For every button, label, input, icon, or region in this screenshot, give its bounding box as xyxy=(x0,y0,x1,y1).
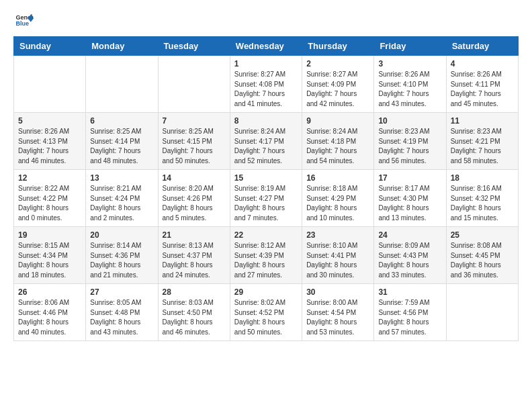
day-number: 25 xyxy=(451,230,514,240)
day-info: Sunrise: 7:59 AMSunset: 4:56 PMDaylight:… xyxy=(378,298,441,337)
day-number: 15 xyxy=(234,173,298,183)
calendar-day-11: 11Sunrise: 8:23 AMSunset: 4:21 PMDayligh… xyxy=(446,113,518,170)
calendar-day-20: 20Sunrise: 8:14 AMSunset: 4:36 PMDayligh… xyxy=(86,227,158,284)
logo: General Blue xyxy=(13,11,36,30)
day-number: 16 xyxy=(306,173,369,183)
calendar-day-18: 18Sunrise: 8:16 AMSunset: 4:32 PMDayligh… xyxy=(446,170,518,227)
day-info: Sunrise: 8:06 AMSunset: 4:46 PMDaylight:… xyxy=(18,298,81,337)
day-info: Sunrise: 8:10 AMSunset: 4:41 PMDaylight:… xyxy=(306,241,369,280)
day-info: Sunrise: 8:25 AMSunset: 4:14 PMDaylight:… xyxy=(90,127,153,166)
calendar-day-10: 10Sunrise: 8:23 AMSunset: 4:19 PMDayligh… xyxy=(374,113,446,170)
day-info: Sunrise: 8:23 AMSunset: 4:21 PMDaylight:… xyxy=(451,127,514,166)
day-info: Sunrise: 8:12 AMSunset: 4:39 PMDaylight:… xyxy=(234,241,298,280)
day-number: 2 xyxy=(306,59,369,68)
calendar-day-23: 23Sunrise: 8:10 AMSunset: 4:41 PMDayligh… xyxy=(302,227,374,284)
day-info: Sunrise: 8:17 AMSunset: 4:30 PMDaylight:… xyxy=(378,184,441,223)
calendar-day-19: 19Sunrise: 8:15 AMSunset: 4:34 PMDayligh… xyxy=(14,227,86,284)
calendar-week-row: 1Sunrise: 8:27 AMSunset: 4:08 PMDaylight… xyxy=(14,56,519,113)
day-info: Sunrise: 8:27 AMSunset: 4:08 PMDaylight:… xyxy=(234,70,298,109)
day-number: 29 xyxy=(234,287,298,297)
calendar-week-row: 12Sunrise: 8:22 AMSunset: 4:22 PMDayligh… xyxy=(14,170,519,227)
day-info: Sunrise: 8:21 AMSunset: 4:24 PMDaylight:… xyxy=(90,184,153,223)
header: General Blue xyxy=(13,11,519,30)
weekday-header-row: SundayMondayTuesdayWednesdayThursdayFrid… xyxy=(14,37,519,56)
calendar-day-9: 9Sunrise: 8:24 AMSunset: 4:18 PMDaylight… xyxy=(302,113,374,170)
day-number: 24 xyxy=(378,230,441,240)
day-number: 14 xyxy=(163,173,226,183)
calendar-day-31: 31Sunrise: 7:59 AMSunset: 4:56 PMDayligh… xyxy=(374,284,446,341)
calendar-day-27: 27Sunrise: 8:05 AMSunset: 4:48 PMDayligh… xyxy=(86,284,158,341)
day-number: 31 xyxy=(378,287,441,297)
day-info: Sunrise: 8:24 AMSunset: 4:17 PMDaylight:… xyxy=(234,127,298,166)
day-info: Sunrise: 8:20 AMSunset: 4:26 PMDaylight:… xyxy=(163,184,226,223)
day-number: 12 xyxy=(18,173,81,183)
day-info: Sunrise: 8:14 AMSunset: 4:36 PMDaylight:… xyxy=(90,241,153,280)
day-info: Sunrise: 8:26 AMSunset: 4:13 PMDaylight:… xyxy=(18,127,81,166)
calendar-table: SundayMondayTuesdayWednesdayThursdayFrid… xyxy=(13,36,519,341)
calendar-day-7: 7Sunrise: 8:25 AMSunset: 4:15 PMDaylight… xyxy=(158,113,230,170)
weekday-header-sunday: Sunday xyxy=(14,37,86,56)
day-number: 4 xyxy=(451,59,514,68)
calendar-day-4: 4Sunrise: 8:26 AMSunset: 4:11 PMDaylight… xyxy=(446,56,518,113)
calendar-day-25: 25Sunrise: 8:08 AMSunset: 4:45 PMDayligh… xyxy=(446,227,518,284)
calendar-day-5: 5Sunrise: 8:26 AMSunset: 4:13 PMDaylight… xyxy=(14,113,86,170)
calendar-week-row: 5Sunrise: 8:26 AMSunset: 4:13 PMDaylight… xyxy=(14,113,519,170)
day-number: 27 xyxy=(90,287,153,297)
day-number: 28 xyxy=(163,287,226,297)
weekday-header-monday: Monday xyxy=(86,37,158,56)
calendar-day-22: 22Sunrise: 8:12 AMSunset: 4:39 PMDayligh… xyxy=(230,227,302,284)
day-info: Sunrise: 8:05 AMSunset: 4:48 PMDaylight:… xyxy=(90,298,153,337)
day-info: Sunrise: 8:22 AMSunset: 4:22 PMDaylight:… xyxy=(18,184,81,223)
logo-icon: General Blue xyxy=(15,11,34,30)
calendar-day-2: 2Sunrise: 8:27 AMSunset: 4:09 PMDaylight… xyxy=(302,56,374,113)
day-number: 5 xyxy=(18,116,81,126)
day-info: Sunrise: 8:15 AMSunset: 4:34 PMDaylight:… xyxy=(18,241,81,280)
day-number: 8 xyxy=(234,116,298,126)
empty-cell xyxy=(446,284,518,341)
calendar-week-row: 19Sunrise: 8:15 AMSunset: 4:34 PMDayligh… xyxy=(14,227,519,284)
empty-cell xyxy=(14,56,86,113)
day-number: 7 xyxy=(163,116,226,126)
day-info: Sunrise: 8:26 AMSunset: 4:10 PMDaylight:… xyxy=(378,70,441,109)
calendar-day-28: 28Sunrise: 8:03 AMSunset: 4:50 PMDayligh… xyxy=(158,284,230,341)
day-number: 20 xyxy=(90,230,153,240)
calendar-day-12: 12Sunrise: 8:22 AMSunset: 4:22 PMDayligh… xyxy=(14,170,86,227)
weekday-header-wednesday: Wednesday xyxy=(230,37,302,56)
day-info: Sunrise: 8:13 AMSunset: 4:37 PMDaylight:… xyxy=(163,241,226,280)
page: General Blue SundayMondayTuesdayWednesda… xyxy=(0,0,532,352)
weekday-header-tuesday: Tuesday xyxy=(158,37,230,56)
day-number: 18 xyxy=(451,173,514,183)
day-info: Sunrise: 8:26 AMSunset: 4:11 PMDaylight:… xyxy=(451,70,514,109)
day-number: 22 xyxy=(234,230,298,240)
calendar-day-16: 16Sunrise: 8:18 AMSunset: 4:29 PMDayligh… xyxy=(302,170,374,227)
calendar-day-8: 8Sunrise: 8:24 AMSunset: 4:17 PMDaylight… xyxy=(230,113,302,170)
calendar-day-21: 21Sunrise: 8:13 AMSunset: 4:37 PMDayligh… xyxy=(158,227,230,284)
day-info: Sunrise: 8:18 AMSunset: 4:29 PMDaylight:… xyxy=(306,184,369,223)
calendar-day-24: 24Sunrise: 8:09 AMSunset: 4:43 PMDayligh… xyxy=(374,227,446,284)
day-info: Sunrise: 8:27 AMSunset: 4:09 PMDaylight:… xyxy=(306,70,369,109)
day-number: 10 xyxy=(378,116,441,126)
empty-cell xyxy=(86,56,158,113)
day-number: 3 xyxy=(378,59,441,68)
day-number: 6 xyxy=(90,116,153,126)
calendar-day-13: 13Sunrise: 8:21 AMSunset: 4:24 PMDayligh… xyxy=(86,170,158,227)
day-info: Sunrise: 8:23 AMSunset: 4:19 PMDaylight:… xyxy=(378,127,441,166)
calendar-day-1: 1Sunrise: 8:27 AMSunset: 4:08 PMDaylight… xyxy=(230,56,302,113)
day-number: 30 xyxy=(306,287,369,297)
calendar-day-17: 17Sunrise: 8:17 AMSunset: 4:30 PMDayligh… xyxy=(374,170,446,227)
weekday-header-thursday: Thursday xyxy=(302,37,374,56)
day-number: 11 xyxy=(451,116,514,126)
day-info: Sunrise: 8:08 AMSunset: 4:45 PMDaylight:… xyxy=(451,241,514,280)
day-info: Sunrise: 8:00 AMSunset: 4:54 PMDaylight:… xyxy=(306,298,369,337)
day-info: Sunrise: 8:16 AMSunset: 4:32 PMDaylight:… xyxy=(451,184,514,223)
calendar-day-6: 6Sunrise: 8:25 AMSunset: 4:14 PMDaylight… xyxy=(86,113,158,170)
day-info: Sunrise: 8:03 AMSunset: 4:50 PMDaylight:… xyxy=(163,298,226,337)
weekday-header-saturday: Saturday xyxy=(446,37,518,56)
calendar-day-30: 30Sunrise: 8:00 AMSunset: 4:54 PMDayligh… xyxy=(302,284,374,341)
day-number: 23 xyxy=(306,230,369,240)
day-number: 26 xyxy=(18,287,81,297)
weekday-header-friday: Friday xyxy=(374,37,446,56)
day-number: 13 xyxy=(90,173,153,183)
day-number: 19 xyxy=(18,230,81,240)
day-info: Sunrise: 8:09 AMSunset: 4:43 PMDaylight:… xyxy=(378,241,441,280)
